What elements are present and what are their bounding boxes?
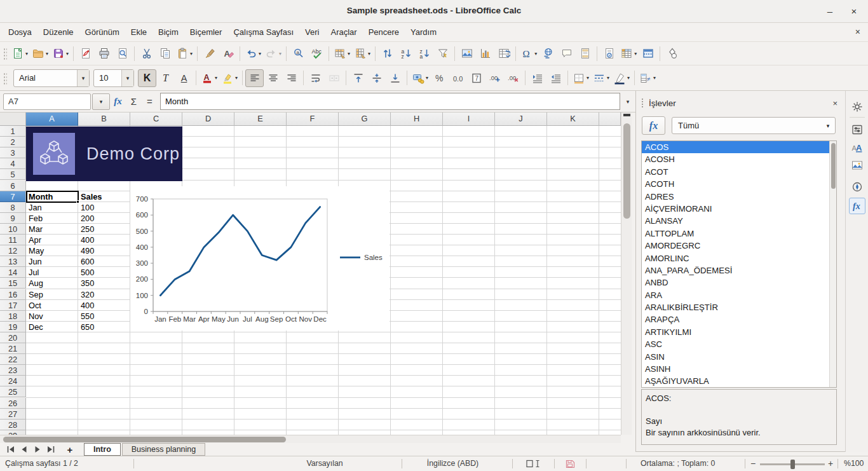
formula-input[interactable]: Month bbox=[160, 93, 620, 110]
dropdown-arrow-icon[interactable]: ▾ bbox=[634, 51, 637, 57]
borders-button[interactable]: ▾ bbox=[571, 69, 591, 87]
company-logo[interactable]: Demo Corp bbox=[26, 126, 182, 181]
properties-deck-icon[interactable] bbox=[849, 121, 865, 138]
function-item-adres[interactable]: ADRES bbox=[642, 191, 836, 203]
increase-indent-button[interactable] bbox=[528, 69, 546, 87]
column-header-f[interactable]: F bbox=[287, 113, 339, 126]
row-header-20[interactable]: 20 bbox=[0, 332, 26, 343]
select-sum-button[interactable]: Σ bbox=[126, 93, 142, 110]
menu-dosya[interactable]: Dosya bbox=[3, 25, 37, 39]
close-window-button[interactable]: × bbox=[846, 4, 862, 19]
zoom-level-status[interactable]: %100 bbox=[844, 459, 864, 468]
wrap-text-button[interactable] bbox=[306, 69, 325, 87]
toolbar-grip[interactable] bbox=[3, 72, 7, 85]
font-color-button[interactable]: A▾ bbox=[199, 69, 219, 87]
column-header-d[interactable]: D bbox=[182, 113, 234, 126]
next-sheet-button[interactable] bbox=[31, 444, 44, 455]
cell-b11[interactable]: 400 bbox=[78, 235, 130, 245]
function-item-aşağiyuvarla[interactable]: AŞAĞIYUVARLA bbox=[642, 375, 836, 387]
function-list-scrollbar-thumb[interactable] bbox=[831, 143, 836, 189]
row-header-2[interactable]: 2 bbox=[0, 137, 26, 147]
align-left-button[interactable] bbox=[245, 69, 264, 87]
vertical-scrollbar[interactable] bbox=[621, 113, 632, 435]
dropdown-arrow-icon[interactable]: ▾ bbox=[259, 51, 261, 57]
clone-formatting-button[interactable] bbox=[200, 44, 219, 62]
cell-b13[interactable]: 600 bbox=[78, 256, 130, 267]
function-wizard-button[interactable]: fx bbox=[110, 93, 126, 110]
menu-görünüm[interactable]: Görünüm bbox=[79, 25, 125, 39]
insert-image-button[interactable] bbox=[458, 44, 476, 62]
bold-button[interactable]: K bbox=[138, 69, 156, 87]
print-area-button[interactable] bbox=[600, 44, 618, 62]
cell-b16[interactable]: 320 bbox=[78, 289, 130, 300]
menu-biçim[interactable]: Biçim bbox=[153, 25, 184, 39]
row-header-16[interactable]: 16 bbox=[0, 289, 26, 300]
cell-b18[interactable]: 550 bbox=[78, 311, 130, 322]
row-header-19[interactable]: 19 bbox=[0, 322, 26, 332]
font-size-combo[interactable]: 10 ▾ bbox=[93, 69, 134, 87]
formula-button[interactable]: = bbox=[142, 93, 158, 110]
toolbar-grip[interactable] bbox=[3, 47, 7, 60]
row-header-29[interactable]: 29 bbox=[0, 430, 26, 435]
function-item-amorlinc[interactable]: AMORLINC bbox=[642, 252, 836, 264]
page-style-status[interactable]: Varsayılan bbox=[280, 459, 370, 468]
print-button[interactable] bbox=[95, 44, 113, 62]
function-item-ai-çveri-morani[interactable]: AİÇVERİMORANI bbox=[642, 203, 836, 215]
close-sidebar-icon[interactable]: × bbox=[830, 99, 840, 108]
decrease-indent-button[interactable] bbox=[546, 69, 565, 87]
special-character-button[interactable]: Ω▾ bbox=[519, 44, 539, 62]
gallery-deck-icon[interactable] bbox=[849, 157, 865, 174]
function-item-acos[interactable]: ACOS bbox=[642, 141, 836, 153]
cell-b19[interactable]: 650 bbox=[78, 322, 130, 332]
cell-b15[interactable]: 350 bbox=[78, 278, 130, 289]
function-item-anbd[interactable]: ANBD bbox=[642, 276, 836, 289]
row-header-12[interactable]: 12 bbox=[0, 245, 26, 256]
last-sheet-button[interactable] bbox=[44, 444, 57, 455]
row-header-23[interactable]: 23 bbox=[0, 365, 26, 376]
function-item-asinh[interactable]: ASINH bbox=[642, 363, 836, 375]
horizontal-scrollbar[interactable] bbox=[0, 435, 621, 443]
redo-button[interactable]: ▾ bbox=[263, 44, 283, 62]
chevron-down-icon[interactable]: ▾ bbox=[121, 70, 133, 86]
dropdown-arrow-icon[interactable]: ▾ bbox=[426, 75, 428, 81]
function-item-acosh[interactable]: ACOSH bbox=[642, 153, 836, 165]
cell-b14[interactable]: 500 bbox=[78, 267, 130, 278]
row-header-1[interactable]: 1 bbox=[0, 126, 26, 137]
dropdown-arrow-icon[interactable]: ▾ bbox=[215, 75, 217, 81]
border-color-button[interactable]: ▾ bbox=[611, 69, 632, 87]
cell-b10[interactable]: 250 bbox=[78, 224, 130, 235]
align-bottom-button[interactable] bbox=[386, 69, 404, 87]
percent-button[interactable]: % bbox=[430, 69, 449, 87]
first-sheet-button[interactable] bbox=[4, 444, 17, 455]
menu-ekle[interactable]: Ekle bbox=[125, 25, 153, 39]
cut-button[interactable] bbox=[137, 44, 156, 62]
row-header-26[interactable]: 26 bbox=[0, 398, 26, 409]
zoom-out-button[interactable]: − bbox=[750, 458, 756, 468]
menu-araçlar[interactable]: Araçlar bbox=[325, 25, 362, 39]
cell-a18[interactable]: Nov bbox=[26, 311, 78, 322]
menu-pencere[interactable]: Pencere bbox=[363, 25, 405, 39]
insert-chart-button[interactable] bbox=[476, 44, 494, 62]
function-item-aralikbi-rleşti-r[interactable]: ARALIKBİRLEŞTİR bbox=[642, 301, 836, 313]
sheet-tab-intro[interactable]: Intro bbox=[84, 443, 121, 456]
sort-ascending-button[interactable]: az bbox=[397, 44, 415, 62]
function-item-ana-para-ödemesi-[interactable]: ANA_PARA_ÖDEMESİ bbox=[642, 264, 836, 276]
dropdown-arrow-icon[interactable]: ▾ bbox=[190, 51, 193, 57]
row-header-5[interactable]: 5 bbox=[0, 169, 26, 180]
cell-a9[interactable]: Feb bbox=[26, 213, 78, 224]
highlight-color-button[interactable]: ▾ bbox=[219, 69, 240, 87]
find-replace-button[interactable]: a bbox=[289, 44, 308, 62]
open-folder-button[interactable]: ▾ bbox=[30, 44, 50, 62]
row-header-27[interactable]: 27 bbox=[0, 409, 26, 420]
function-wizard-sidebar-button[interactable]: fx bbox=[642, 116, 665, 135]
name-box[interactable]: A7 bbox=[3, 93, 91, 110]
paste-button[interactable]: ▾ bbox=[174, 44, 194, 62]
hyperlink-button[interactable] bbox=[539, 44, 557, 62]
menu-yardım[interactable]: Yardım bbox=[405, 25, 442, 39]
row-header-22[interactable]: 22 bbox=[0, 354, 26, 365]
italic-button[interactable]: T bbox=[156, 69, 175, 87]
column-header-b[interactable]: B bbox=[78, 113, 130, 126]
minimize-button[interactable]: – bbox=[822, 4, 837, 19]
cell-b17[interactable]: 400 bbox=[78, 300, 130, 311]
row-header-10[interactable]: 10 bbox=[0, 224, 26, 235]
